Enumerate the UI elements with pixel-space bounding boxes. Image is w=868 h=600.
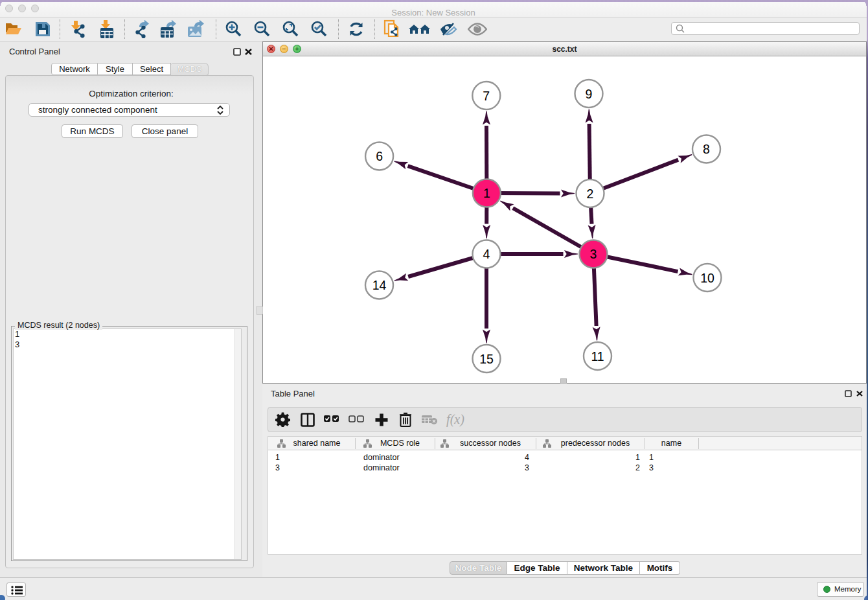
svg-text:11: 11 [591,349,604,363]
svg-text:14: 14 [372,278,387,292]
svg-text:10: 10 [700,271,714,285]
svg-text:1: 1 [483,186,490,200]
svg-text:6: 6 [376,149,383,163]
svg-text:2: 2 [587,187,594,201]
svg-text:4: 4 [483,247,490,261]
svg-text:9: 9 [586,87,593,101]
svg-text:8: 8 [703,142,710,156]
svg-text:7: 7 [483,89,490,103]
svg-text:f(x): f(x) [446,412,464,427]
svg-text:15: 15 [479,352,494,366]
svg-text:3: 3 [590,247,597,261]
